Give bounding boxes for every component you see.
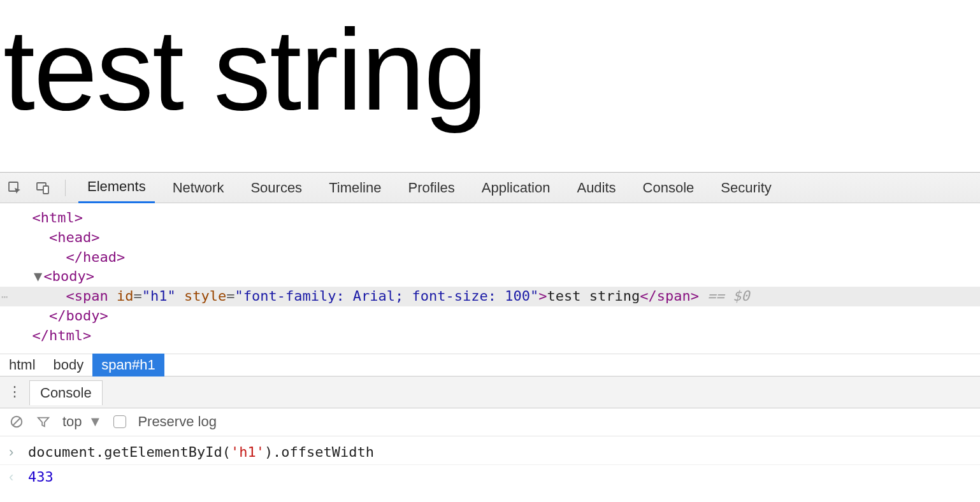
- chevron-down-icon: ▼: [89, 413, 103, 430]
- tab-security[interactable]: Security: [712, 173, 780, 203]
- dom-node-selected-span[interactable]: <span id="h1" style="font-family: Arial;…: [0, 287, 980, 306]
- dom-tag: >: [538, 288, 547, 304]
- console-code-text: ).offsetWidth: [264, 444, 374, 460]
- console-input-chevron-icon: ›: [9, 444, 20, 461]
- dom-node-html-close[interactable]: </html>: [0, 326, 980, 346]
- dom-tag: <html>: [32, 210, 83, 226]
- breadcrumb-html[interactable]: html: [0, 354, 45, 376]
- page-viewport: test string: [0, 0, 980, 172]
- console-toolbar: top ▼ Preserve log: [0, 408, 980, 436]
- rendered-heading-text: test string: [3, 0, 977, 147]
- tab-profiles[interactable]: Profiles: [399, 173, 463, 203]
- dom-attr-val: "font-family: Arial; font-size: 100": [234, 288, 538, 304]
- dom-attr-name: id: [117, 288, 134, 304]
- breadcrumb-span-h1[interactable]: span#h1: [92, 354, 164, 376]
- tab-console[interactable]: Console: [634, 173, 703, 203]
- console-output-chevron-icon: ‹: [9, 469, 20, 485]
- clear-console-icon[interactable]: [9, 414, 24, 429]
- tab-application[interactable]: Application: [473, 173, 559, 203]
- dom-tag: </head>: [66, 249, 125, 265]
- dom-tree[interactable]: <html> <head> </head> ▼<body> <span id="…: [0, 203, 980, 354]
- dom-node-html-open[interactable]: <html>: [0, 208, 980, 228]
- console-output-row: ‹ 433: [0, 465, 980, 489]
- inspect-element-icon[interactable]: [5, 178, 24, 197]
- breadcrumb-body[interactable]: body: [45, 354, 93, 376]
- preserve-log-label: Preserve log: [138, 413, 217, 430]
- tab-elements[interactable]: Elements: [78, 173, 155, 203]
- dom-punct: =: [226, 288, 234, 304]
- dom-breadcrumbs: html body span#h1: [0, 354, 980, 376]
- drawer-menu-icon[interactable]: ⋮: [6, 384, 23, 400]
- drawer-header: ⋮ Console: [0, 376, 980, 408]
- tabbar-divider: [65, 180, 66, 196]
- dom-attr-val: "h1": [142, 288, 176, 304]
- dom-attr-name: style: [184, 288, 226, 304]
- tab-audits[interactable]: Audits: [568, 173, 624, 203]
- dom-text-content: test string: [547, 288, 640, 304]
- dom-tag: </html>: [32, 327, 92, 343]
- console-code-string: 'h1': [231, 444, 264, 460]
- devtools-main-tabbar: Elements Network Sources Timeline Profil…: [0, 173, 980, 203]
- device-toolbar-icon[interactable]: [33, 178, 52, 197]
- dom-node-head-open[interactable]: <head>: [0, 228, 980, 248]
- svg-rect-2: [43, 186, 48, 194]
- filter-icon[interactable]: [36, 414, 51, 429]
- tab-timeline[interactable]: Timeline: [320, 173, 390, 203]
- dom-tag: <span: [66, 288, 108, 304]
- console-context-selector[interactable]: top ▼: [62, 413, 102, 430]
- dom-tag: </span>: [640, 288, 699, 304]
- tab-sources[interactable]: Sources: [241, 173, 311, 203]
- dom-tag: <body>: [44, 268, 94, 284]
- dom-tag: </body>: [49, 308, 108, 324]
- drawer-tab-console[interactable]: Console: [29, 380, 103, 405]
- dom-node-body-open[interactable]: ▼<body>: [0, 267, 980, 287]
- console-code-text: document.getElementById(: [28, 444, 231, 460]
- dom-tag: <head>: [49, 229, 99, 245]
- devtools-panel: Elements Network Sources Timeline Profil…: [0, 172, 980, 493]
- dom-selected-ref: == $0: [699, 288, 749, 304]
- console-body: › document.getElementById('h1').offsetWi…: [0, 436, 980, 493]
- console-input-code: document.getElementById('h1').offsetWidt…: [28, 444, 374, 460]
- dom-node-body-close[interactable]: </body>: [0, 306, 980, 326]
- tab-network[interactable]: Network: [164, 173, 233, 203]
- console-input-row[interactable]: › document.getElementById('h1').offsetWi…: [0, 440, 980, 465]
- console-context-label: top: [62, 413, 82, 430]
- preserve-log-checkbox[interactable]: [113, 415, 126, 428]
- expand-arrow-icon[interactable]: ▼: [32, 267, 44, 287]
- dom-node-head-close[interactable]: </head>: [0, 248, 980, 268]
- dom-punct: =: [133, 288, 141, 304]
- console-output-value: 433: [28, 469, 54, 485]
